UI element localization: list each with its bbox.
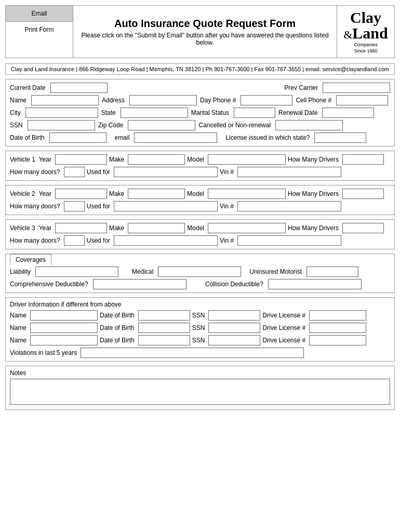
- driver1-dob-input[interactable]: [138, 310, 190, 321]
- name-input[interactable]: [31, 95, 99, 105]
- print-button[interactable]: Print Form: [6, 22, 73, 37]
- vehicle2-drivers-label: How Many Drivers: [288, 190, 339, 197]
- current-date-input[interactable]: [50, 83, 108, 93]
- dob-input[interactable]: [49, 132, 106, 143]
- coverages-row1: Liability Medical Uninsured Motorist: [10, 267, 390, 277]
- driver3-dl-input[interactable]: [309, 335, 366, 345]
- day-phone-input[interactable]: [241, 95, 292, 105]
- driver1-ssn-label: SSN: [192, 312, 205, 319]
- vehicle3-make-input[interactable]: [128, 223, 185, 233]
- medical-input[interactable]: [158, 267, 241, 277]
- driver1-name-input[interactable]: [30, 310, 98, 321]
- vehicle2-drivers-input[interactable]: [342, 189, 384, 199]
- driver2-name-input[interactable]: [30, 323, 98, 333]
- vehicle1-vin-input[interactable]: [237, 167, 341, 177]
- driver1-name-label: Name: [10, 312, 26, 319]
- logo-companies: Companies: [343, 42, 388, 47]
- driver3-dob-input[interactable]: [138, 335, 190, 345]
- vehicle1-used-label: Used for: [87, 168, 110, 176]
- renewal-date-label: Renewal Date: [278, 109, 317, 116]
- row-name-address: Name Address Day Phone # Cell Phone #: [10, 95, 390, 105]
- driver2-dl-label: Drive License #: [262, 324, 305, 331]
- current-date-label: Current Date: [10, 84, 46, 91]
- vehicle3-used-input[interactable]: [114, 235, 218, 246]
- violations-input[interactable]: [81, 348, 304, 358]
- cancelled-input[interactable]: [275, 120, 343, 130]
- header-center: Auto Insurance Quote Request Form Please…: [73, 6, 337, 58]
- cell-phone-input[interactable]: [336, 95, 388, 105]
- vehicle1-year-input[interactable]: [55, 154, 107, 165]
- prev-carrier-input[interactable]: [323, 83, 390, 93]
- driver2-ssn-input[interactable]: [208, 323, 260, 333]
- vehicle1-model-input[interactable]: [208, 154, 286, 165]
- collision-input[interactable]: [268, 279, 362, 289]
- vehicle3-make-label: Make: [109, 224, 124, 232]
- header-left-buttons: Email Print Form: [6, 6, 73, 58]
- vehicle2-model-label: Model: [187, 190, 204, 197]
- vehicle2-vin-input[interactable]: [237, 201, 341, 211]
- vehicle2-make-input[interactable]: [128, 189, 185, 199]
- violations-label: Violations in last 5 years: [10, 349, 77, 356]
- vehicle3-drivers-input[interactable]: [342, 223, 384, 233]
- driver2-dob-input[interactable]: [138, 323, 190, 333]
- vehicle3-label: Vehicle 3: [10, 224, 35, 232]
- header: Email Print Form Auto Insurance Quote Re…: [5, 5, 395, 58]
- driver2-ssn-label: SSN: [192, 324, 205, 331]
- vehicle1-drivers-input[interactable]: [342, 154, 384, 165]
- vehicle3-year-input[interactable]: [55, 223, 107, 233]
- driver3-ssn-input[interactable]: [208, 335, 260, 345]
- zip-code-input[interactable]: [128, 120, 195, 130]
- comprehensive-label: Comprehensive Deductible?: [10, 281, 88, 288]
- driver3-dob-label: Date of Birth: [100, 337, 135, 344]
- driver1-dl-input[interactable]: [309, 310, 366, 321]
- vehicle1-doors-input[interactable]: [64, 167, 85, 177]
- vehicle1-used-input[interactable]: [114, 167, 218, 177]
- vehicle1-make-input[interactable]: [128, 154, 185, 165]
- vehicle1-section: Vehicle 1 Year Make Model How Many Drive…: [5, 151, 395, 181]
- email-button[interactable]: Email: [6, 6, 73, 22]
- company-logo: Clay &Land Companies Since 1960: [337, 6, 394, 58]
- marital-status-input[interactable]: [234, 108, 275, 118]
- vehicle1-drivers-label: How Many Drivers: [288, 156, 339, 163]
- vehicle2-row1: Vehicle 2 Year Make Model How Many Drive…: [10, 189, 390, 199]
- vehicle1-model-label: Model: [187, 156, 204, 163]
- row-ssn-zip: SSN Zip Code Cancelled or Non-renewal: [10, 120, 390, 130]
- address-input[interactable]: [129, 95, 197, 105]
- comprehensive-input[interactable]: [93, 279, 186, 289]
- driver1-ssn-input[interactable]: [208, 310, 260, 321]
- ssn-input[interactable]: [28, 120, 95, 130]
- vehicle2-year-label: Year: [39, 190, 51, 197]
- address-label: Address: [102, 97, 125, 104]
- city-input[interactable]: [25, 108, 98, 118]
- row-city-state: City State Marital Status Renewal Date: [10, 108, 390, 118]
- notes-input[interactable]: [10, 379, 390, 405]
- vehicle2-used-input[interactable]: [114, 201, 218, 211]
- liability-input[interactable]: [35, 267, 118, 277]
- vehicle2-section: Vehicle 2 Year Make Model How Many Drive…: [5, 185, 395, 215]
- email-input[interactable]: [134, 132, 217, 143]
- uninsured-input[interactable]: [306, 267, 358, 277]
- prev-carrier-label: Prev Carrier: [284, 84, 318, 91]
- vehicle2-doors-input[interactable]: [64, 201, 85, 211]
- vehicle3-doors-input[interactable]: [64, 235, 85, 246]
- vehicle3-vin-input[interactable]: [237, 235, 341, 246]
- vehicle2-model-input[interactable]: [208, 189, 286, 199]
- state-input[interactable]: [121, 108, 188, 118]
- vehicle3-drivers-label: How Many Drivers: [288, 224, 339, 232]
- liability-label: Liability: [10, 268, 31, 275]
- notes-section: Notes: [5, 366, 395, 410]
- vehicle3-model-input[interactable]: [208, 223, 286, 233]
- renewal-date-input[interactable]: [322, 108, 374, 118]
- row-date-carrier: Current Date Prev Carrier: [10, 83, 390, 93]
- driver3-name-input[interactable]: [30, 335, 98, 345]
- vehicle3-doors-label: How many doors?: [10, 237, 60, 244]
- vehicle2-year-input[interactable]: [55, 189, 107, 199]
- email-label: email: [115, 134, 130, 141]
- vehicle3-year-label: Year: [39, 224, 51, 232]
- cell-phone-label: Cell Phone #: [296, 97, 331, 104]
- violations-row: Violations in last 5 years: [10, 348, 390, 358]
- form-subtitle: Please click on the "Submit by Email" bu…: [77, 32, 332, 46]
- driver-info-section: Driver Information if different from abo…: [5, 297, 395, 362]
- driver2-dl-input[interactable]: [309, 323, 366, 333]
- license-state-input[interactable]: [314, 132, 366, 143]
